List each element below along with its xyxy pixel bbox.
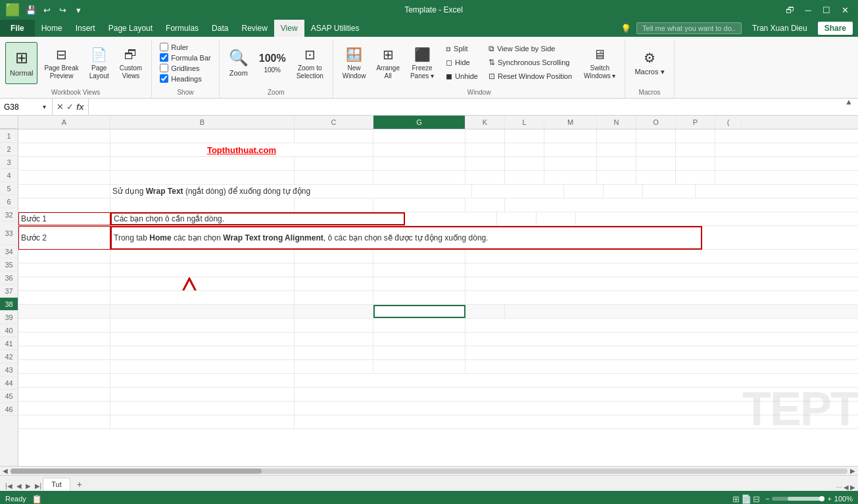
row-num-3[interactable]: 3 bbox=[0, 156, 18, 169]
page-break-button[interactable]: ⊟ Page BreakPreview bbox=[40, 42, 82, 84]
row-num-4[interactable]: 4 bbox=[0, 169, 18, 182]
cell-a33[interactable]: Bước 2 bbox=[18, 226, 110, 250]
ruler-checkbox-row[interactable]: Ruler bbox=[157, 42, 214, 52]
cell-g35[interactable] bbox=[373, 263, 465, 277]
cell-m3[interactable] bbox=[544, 157, 597, 170]
cell-a45[interactable] bbox=[18, 401, 110, 415]
row-num-33[interactable]: 33 bbox=[0, 221, 18, 245]
zoom-slider-thumb[interactable] bbox=[819, 496, 824, 501]
formula-bar-checkbox-row[interactable]: Formula Bar bbox=[157, 53, 214, 62]
col-header-m[interactable]: M bbox=[544, 116, 597, 129]
cell-m2[interactable] bbox=[544, 143, 597, 156]
col-header-g[interactable]: G bbox=[373, 116, 465, 129]
cell-a32[interactable]: Bước 1 bbox=[18, 212, 110, 225]
cell-b43[interactable] bbox=[110, 374, 295, 387]
cell-a3[interactable] bbox=[18, 157, 110, 170]
cell-o1[interactable] bbox=[636, 129, 676, 143]
sheet-scroll-right[interactable]: ▶ bbox=[850, 484, 855, 491]
cell-c42[interactable] bbox=[295, 360, 373, 373]
formula-input[interactable] bbox=[89, 103, 858, 112]
menu-item-view[interactable]: View bbox=[274, 20, 304, 37]
cell-l5[interactable] bbox=[604, 185, 643, 198]
cell-b5-description[interactable]: Sử dụng Wrap Text (ngắt dòng) để xuống d… bbox=[110, 185, 472, 198]
gridlines-checkbox-row[interactable]: Gridlines bbox=[157, 63, 214, 73]
view-side-by-side-button[interactable]: ⧉ View Side by Side bbox=[486, 42, 575, 55]
sync-scrolling-button[interactable]: ⇅ Synchronous Scrolling bbox=[486, 56, 575, 69]
zoom-button[interactable]: 🔍 Zoom bbox=[225, 42, 252, 84]
arrange-all-button[interactable]: ⊞ ArrangeAll bbox=[372, 42, 404, 84]
cell-c36[interactable] bbox=[295, 277, 373, 290]
cell-c35[interactable] bbox=[295, 263, 373, 277]
col-header-o[interactable]: O bbox=[636, 116, 676, 129]
cell-a35[interactable] bbox=[18, 263, 110, 277]
cell-n4[interactable] bbox=[597, 171, 636, 184]
cell-l3[interactable] bbox=[505, 157, 544, 170]
cell-g38[interactable] bbox=[373, 305, 465, 318]
hide-button[interactable]: ◻ Hide bbox=[443, 56, 481, 69]
unhide-button[interactable]: ◼ Unhide bbox=[443, 70, 481, 83]
function-icon[interactable]: fx bbox=[76, 102, 84, 112]
cell-c3[interactable] bbox=[295, 157, 373, 170]
cell-c38[interactable] bbox=[295, 305, 373, 318]
sheet-first-button[interactable]: |◀ bbox=[4, 481, 14, 491]
sheet-prev-button[interactable]: ◀ bbox=[15, 481, 23, 491]
cell-a36[interactable] bbox=[18, 277, 110, 290]
cell-k3[interactable] bbox=[465, 157, 505, 170]
headings-checkbox-row[interactable]: Headings bbox=[157, 74, 214, 83]
cell-b35[interactable] bbox=[110, 263, 295, 277]
cell-b34[interactable] bbox=[110, 250, 295, 263]
col-header-more[interactable]: ( bbox=[715, 116, 742, 129]
cell-g42[interactable] bbox=[373, 360, 465, 373]
cell-c6[interactable] bbox=[295, 198, 373, 212]
switch-windows-button[interactable]: 🖥 SwitchWindows ▾ bbox=[580, 42, 619, 84]
cell-b41[interactable] bbox=[110, 346, 295, 359]
cell-ref-input[interactable] bbox=[4, 103, 40, 112]
cell-a5[interactable] bbox=[18, 185, 110, 198]
cell-a6[interactable] bbox=[18, 198, 110, 212]
cell-l32[interactable] bbox=[536, 212, 576, 225]
row-num-2[interactable]: 2 bbox=[0, 143, 18, 156]
row-num-34[interactable]: 34 bbox=[0, 245, 18, 258]
cell-p3[interactable] bbox=[676, 157, 715, 170]
cell-m4[interactable] bbox=[544, 171, 597, 184]
cell-c4[interactable] bbox=[295, 171, 373, 184]
zoom-plus-button[interactable]: + bbox=[827, 495, 831, 503]
cell-b39[interactable] bbox=[110, 319, 295, 332]
cell-o3[interactable] bbox=[636, 157, 676, 170]
menu-item-home[interactable]: Home bbox=[35, 20, 69, 37]
page-break-status-button[interactable]: ⊟ bbox=[753, 494, 760, 504]
custom-views-button[interactable]: 🗗 CustomViews bbox=[116, 42, 146, 84]
cell-c40[interactable] bbox=[295, 332, 373, 346]
sheet-next-button[interactable]: ▶ bbox=[24, 481, 32, 491]
cell-b2[interactable]: Topthuthuat.com bbox=[110, 143, 373, 156]
redo-button[interactable]: ↪ bbox=[55, 3, 70, 17]
row-num-42[interactable]: 42 bbox=[0, 350, 18, 363]
cell-c39[interactable] bbox=[295, 319, 373, 332]
cell-b36[interactable] bbox=[110, 277, 295, 290]
cell-b46[interactable] bbox=[110, 415, 295, 428]
row-num-37[interactable]: 37 bbox=[0, 285, 18, 298]
row-num-36[interactable]: 36 bbox=[0, 271, 18, 285]
gridlines-checkbox[interactable] bbox=[160, 64, 168, 72]
menu-item-formulas[interactable]: Formulas bbox=[159, 20, 205, 37]
menu-item-data[interactable]: Data bbox=[205, 20, 235, 37]
cell-b45[interactable] bbox=[110, 401, 295, 415]
cell-g6[interactable] bbox=[373, 198, 465, 212]
cell-a42[interactable] bbox=[18, 360, 110, 373]
ribbon-collapse-button[interactable]: ▲ bbox=[845, 97, 853, 106]
sheet-scroll-left[interactable]: ◀ bbox=[844, 484, 849, 491]
cancel-formula-icon[interactable]: ✕ bbox=[57, 102, 64, 112]
sheet-last-button[interactable]: ▶| bbox=[34, 481, 43, 491]
cell-b37[interactable] bbox=[110, 291, 295, 304]
sheet-tab-tut[interactable]: Tut bbox=[43, 478, 70, 491]
col-header-b[interactable]: B bbox=[110, 116, 295, 129]
cell-n3[interactable] bbox=[597, 157, 636, 170]
menu-item-insert[interactable]: Insert bbox=[69, 20, 102, 37]
cell-a39[interactable] bbox=[18, 319, 110, 332]
row-num-40[interactable]: 40 bbox=[0, 324, 18, 337]
cell-c1[interactable] bbox=[295, 129, 373, 143]
menu-item-page-layout[interactable]: Page Layout bbox=[102, 20, 159, 37]
col-header-c[interactable]: C bbox=[295, 116, 373, 129]
cell-o4[interactable] bbox=[636, 171, 676, 184]
cell-g32[interactable] bbox=[405, 212, 497, 225]
